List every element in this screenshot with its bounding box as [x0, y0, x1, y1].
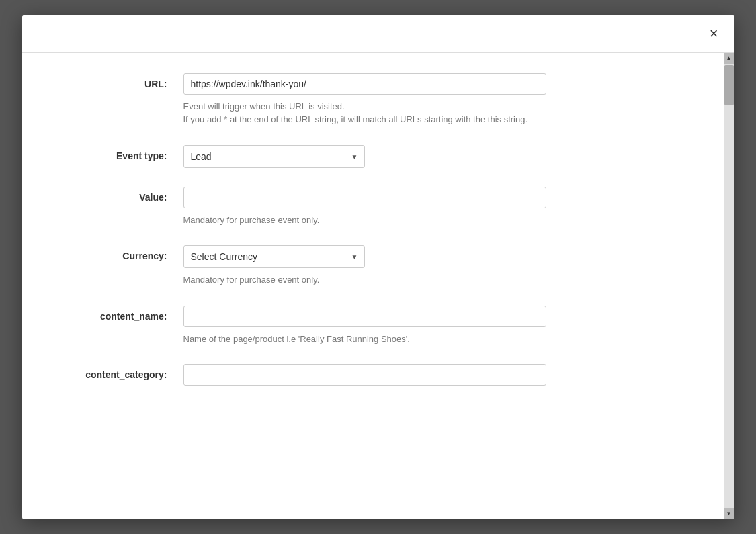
url-help: Event will trigger when this URL is visi… — [183, 100, 697, 126]
scrollbar-track: ▲ ▼ — [724, 53, 734, 519]
event-type-row: Event type: Lead Purchase CompleteRegist… — [49, 145, 697, 168]
content-category-label: content_category: — [49, 364, 183, 380]
modal-body: URL: Event will trigger when this URL is… — [22, 53, 734, 519]
content-name-input[interactable] — [183, 306, 546, 327]
event-type-select-wrapper: Lead Purchase CompleteRegistration AddTo… — [183, 145, 365, 168]
content-category-field — [183, 364, 697, 386]
scrollbar-thumb[interactable] — [724, 65, 734, 105]
content-name-label: content_name: — [49, 306, 183, 322]
currency-help: Mandatory for purchase event only. — [183, 273, 697, 287]
scrollbar-space — [724, 107, 734, 508]
modal-header: × — [22, 15, 734, 53]
url-row: URL: Event will trigger when this URL is… — [49, 73, 697, 126]
url-input[interactable] — [183, 73, 546, 95]
modal-content: URL: Event will trigger when this URL is… — [22, 53, 724, 519]
url-label: URL: — [49, 73, 183, 89]
close-button[interactable]: × — [704, 24, 724, 44]
currency-field: Select Currency USD EUR GBP AUD ▼ Mandat… — [183, 245, 697, 287]
modal-overlay: × URL: Event will trigger when this URL … — [0, 0, 756, 534]
value-row: Value: Mandatory for purchase event only… — [49, 187, 697, 227]
event-type-field: Lead Purchase CompleteRegistration AddTo… — [183, 145, 697, 168]
value-input[interactable] — [183, 187, 546, 208]
value-help: Mandatory for purchase event only. — [183, 214, 697, 227]
content-category-row: content_category: — [49, 364, 697, 386]
value-field: Mandatory for purchase event only. — [183, 187, 697, 227]
currency-select[interactable]: Select Currency USD EUR GBP AUD — [183, 245, 365, 268]
currency-row: Currency: Select Currency USD EUR GBP AU… — [49, 245, 697, 287]
currency-select-wrapper: Select Currency USD EUR GBP AUD ▼ — [183, 245, 365, 268]
content-name-field: Name of the page/product i.e 'Really Fas… — [183, 306, 697, 346]
currency-label: Currency: — [49, 245, 183, 261]
modal-dialog: × URL: Event will trigger when this URL … — [22, 15, 734, 519]
event-type-select[interactable]: Lead Purchase CompleteRegistration AddTo… — [183, 145, 365, 168]
scrollbar-up-button[interactable]: ▲ — [724, 53, 734, 64]
event-type-label: Event type: — [49, 145, 183, 161]
url-field: Event will trigger when this URL is visi… — [183, 73, 697, 126]
content-category-input[interactable] — [183, 364, 546, 386]
content-name-row: content_name: Name of the page/product i… — [49, 306, 697, 346]
content-name-help: Name of the page/product i.e 'Really Fas… — [183, 332, 697, 346]
scrollbar-down-button[interactable]: ▼ — [724, 508, 734, 519]
value-label: Value: — [49, 187, 183, 203]
